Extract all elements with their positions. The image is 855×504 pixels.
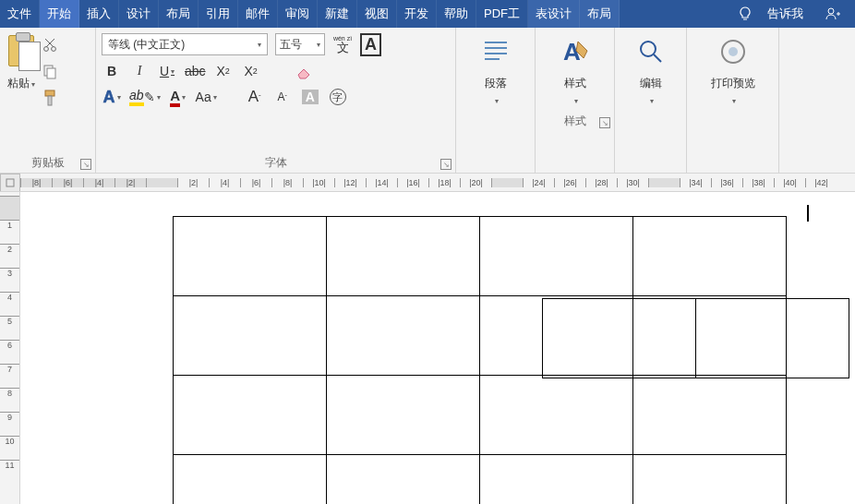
chevron-down-icon: ▾ [650, 97, 654, 105]
copy-icon[interactable] [41, 63, 59, 79]
svg-line-18 [654, 54, 661, 62]
svg-rect-10 [45, 90, 54, 96]
tab-review[interactable]: 审阅 [278, 0, 318, 28]
tab-home[interactable]: 开始 [40, 0, 79, 28]
subscript-button[interactable]: X2 [213, 61, 234, 81]
table-cell[interactable] [543, 299, 696, 378]
ruler-corner[interactable] [0, 174, 20, 192]
svg-rect-21 [6, 179, 14, 186]
document-page[interactable] [20, 192, 855, 504]
svg-rect-11 [48, 96, 52, 105]
format-painter-icon[interactable] [41, 89, 59, 107]
italic-button[interactable]: I [129, 61, 150, 81]
print-preview-button[interactable]: 打印预览 ▾ [711, 33, 755, 105]
chevron-down-icon: ▾ [495, 97, 499, 105]
svg-point-5 [52, 47, 56, 52]
table-cell[interactable] [174, 455, 327, 505]
strike-button[interactable]: abc [185, 61, 206, 81]
tab-references[interactable]: 引用 [199, 0, 238, 28]
chevron-down-icon: ▾ [574, 97, 578, 105]
svg-rect-9 [47, 68, 55, 78]
svg-line-6 [45, 39, 54, 47]
tab-insert[interactable]: 插入 [79, 0, 119, 28]
table-cell[interactable] [633, 376, 787, 455]
share-icon[interactable] [811, 0, 855, 28]
svg-point-1 [828, 8, 834, 14]
tab-new[interactable]: 新建 [318, 0, 357, 28]
change-case-button[interactable]: Aa▾ [196, 87, 217, 107]
tab-file[interactable]: 文件 [0, 0, 40, 28]
highlight-button[interactable]: ab✎▾ [129, 87, 161, 107]
enclosed-char-button[interactable]: 字 [328, 87, 348, 107]
table-cell[interactable] [696, 299, 849, 378]
table-cell[interactable] [327, 455, 480, 505]
paragraph-icon [477, 33, 514, 70]
table-cell[interactable] [480, 217, 633, 296]
paragraph-button[interactable]: 段落 ▾ [477, 33, 514, 105]
superscript-button[interactable]: X2 [241, 61, 261, 81]
styles-launcher[interactable]: ↘ [599, 117, 610, 128]
table-cell[interactable] [633, 455, 787, 505]
font-launcher[interactable]: ↘ [440, 159, 452, 170]
paste-label: 粘贴 [7, 77, 30, 90]
bold-button[interactable]: B [102, 61, 122, 81]
tab-layout[interactable]: 布局 [159, 0, 199, 28]
tab-help[interactable]: 帮助 [437, 0, 476, 28]
tab-table-design[interactable]: 表设计 [528, 0, 580, 28]
svg-point-20 [729, 47, 738, 56]
tab-mail[interactable]: 邮件 [238, 0, 278, 28]
char-border-button[interactable]: A [360, 34, 381, 54]
tab-pdf[interactable]: PDF工 [476, 0, 528, 28]
search-icon [632, 33, 669, 70]
grow-font-button[interactable]: Aˆ [245, 87, 265, 107]
font-size-select[interactable]: 五号▾ [275, 33, 325, 55]
edit-button[interactable]: 编辑 ▾ [632, 33, 669, 105]
shrink-font-button[interactable]: Aˇ [272, 87, 293, 107]
ruler-vertical[interactable]: 1234567891011 [0, 192, 20, 504]
styles-icon: A [557, 33, 594, 70]
table-cell[interactable] [174, 217, 327, 296]
tell-me[interactable]: 告诉我 [760, 0, 811, 28]
font-group-label: 字体 [265, 155, 287, 171]
clipboard-group-label: 剪贴板 [31, 155, 65, 171]
table-cell[interactable] [174, 296, 327, 376]
ruler-horizontal[interactable]: |8||6||4||2||2||4||6||8||10||12||14||16|… [0, 174, 855, 192]
paste-button[interactable]: 粘贴▾ [6, 33, 37, 93]
tab-design[interactable]: 设计 [119, 0, 159, 28]
tab-table-layout[interactable]: 布局 [580, 0, 620, 28]
tab-view[interactable]: 视图 [357, 0, 397, 28]
text-effects-button[interactable]: A▾ [102, 87, 122, 107]
print-preview-icon [715, 33, 752, 70]
svg-point-4 [44, 47, 49, 52]
font-name-select[interactable]: 等线 (中文正文)▾ [102, 33, 268, 55]
font-color-button[interactable]: A▾ [168, 87, 188, 107]
chevron-down-icon: ▾ [732, 97, 736, 105]
svg-point-17 [641, 42, 656, 56]
table-cell[interactable] [633, 217, 787, 296]
table-cell[interactable] [174, 376, 327, 455]
table-overlap[interactable] [542, 298, 849, 378]
text-cursor [807, 205, 809, 222]
lightbulb-icon[interactable] [730, 0, 760, 28]
table-cell[interactable] [480, 376, 633, 455]
table-cell[interactable] [327, 296, 480, 376]
cut-icon[interactable] [41, 37, 59, 54]
styles-group-label: 样式 [564, 114, 586, 129]
clear-format-button[interactable] [295, 61, 315, 81]
phonetic-guide-button[interactable]: wén zì文 [332, 34, 353, 54]
table-cell[interactable] [327, 376, 480, 455]
styles-button[interactable]: A 样式 ▾ [557, 33, 594, 105]
paste-icon [8, 35, 34, 66]
table-cell[interactable] [480, 455, 633, 505]
char-shading-button[interactable]: A [300, 87, 320, 107]
clipboard-launcher[interactable]: ↘ [80, 159, 91, 170]
tab-dev[interactable]: 开发 [397, 0, 437, 28]
underline-button[interactable]: U▾ [157, 61, 177, 81]
svg-line-7 [46, 39, 54, 47]
table-cell[interactable] [327, 217, 480, 296]
chevron-down-icon: ▾ [31, 80, 35, 89]
